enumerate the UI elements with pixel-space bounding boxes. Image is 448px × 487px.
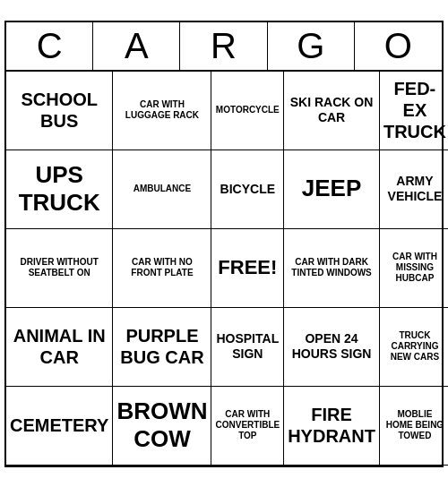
bingo-cell-11: CAR WITH NO FRONT PLATE [113, 229, 211, 308]
bingo-cell-4: FED-EX TRUCK [380, 72, 448, 150]
bingo-cell-13: CAR WITH DARK TINTED WINDOWS [284, 229, 380, 308]
bingo-header: CARGO [6, 22, 442, 72]
bingo-cell-16: PURPLE BUG CAR [113, 308, 211, 387]
bingo-cell-20: CEMETERY [6, 387, 113, 466]
header-letter: O [355, 22, 442, 70]
bingo-cell-15: ANIMAL IN CAR [6, 308, 113, 387]
bingo-cell-23: FIRE HYDRANT [284, 387, 380, 466]
header-letter: A [93, 22, 180, 70]
bingo-cell-3: SKI RACK ON CAR [284, 72, 380, 150]
bingo-cell-1: CAR WITH LUGGAGE RACK [113, 72, 211, 150]
header-letter: R [180, 22, 267, 70]
bingo-cell-7: BICYCLE [211, 150, 284, 229]
bingo-cell-19: TRUCK CARRYING NEW CARS [380, 308, 448, 387]
bingo-cell-8: JEEP [284, 150, 380, 229]
bingo-cell-17: HOSPITAL SIGN [211, 308, 284, 387]
bingo-cell-24: MOBLIE HOME BEING TOWED [380, 387, 448, 466]
header-letter: G [268, 22, 355, 70]
bingo-cell-6: AMBULANCE [113, 150, 211, 229]
bingo-cell-10: DRIVER WITHOUT SEATBELT ON [6, 229, 113, 308]
bingo-card: CARGO SCHOOL BUSCAR WITH LUGGAGE RACKMOT… [4, 21, 444, 467]
bingo-cell-5: UPS TRUCK [6, 150, 113, 229]
bingo-cell-22: CAR WITH CONVERTIBLE TOP [211, 387, 284, 466]
bingo-cell-0: SCHOOL BUS [6, 72, 113, 150]
bingo-cell-21: BROWN COW [113, 387, 211, 466]
bingo-grid: SCHOOL BUSCAR WITH LUGGAGE RACKMOTORCYCL… [6, 72, 442, 466]
bingo-cell-14: CAR WITH MISSING HUBCAP [380, 229, 448, 308]
bingo-cell-18: OPEN 24 HOURS SIGN [284, 308, 380, 387]
bingo-cell-9: ARMY VEHICLE [380, 150, 448, 229]
bingo-cell-12: FREE! [211, 229, 284, 308]
header-letter: C [6, 22, 93, 70]
bingo-cell-2: MOTORCYCLE [211, 72, 284, 150]
